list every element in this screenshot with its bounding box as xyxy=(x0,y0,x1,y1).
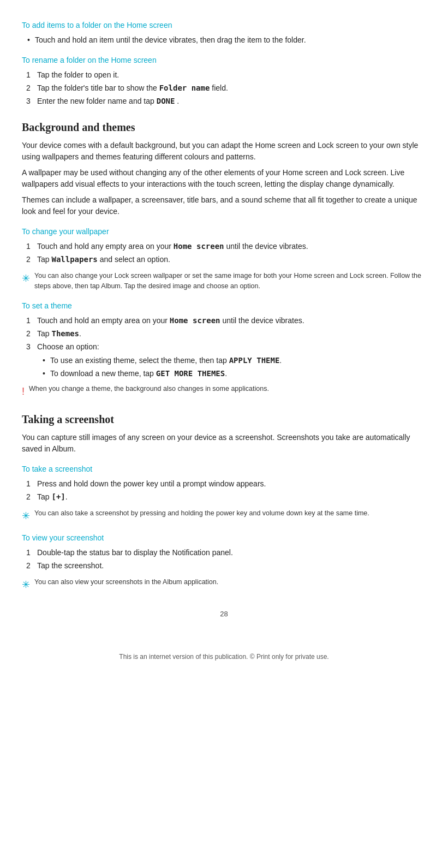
tip-icon-2: ✳ xyxy=(22,509,30,524)
warning-icon: ! xyxy=(22,384,25,399)
bg-themes-p3: Themes can include a wallpaper, a screen… xyxy=(22,194,426,217)
take-screenshot-step-2: 2Tap [+]. xyxy=(22,491,426,503)
theme-bullet-2: To download a new theme, tap GET MORE TH… xyxy=(37,368,426,379)
rename-steps-list: 1Tap the folder to open it. 2Tap the fol… xyxy=(22,69,426,107)
take-screenshot-tip-box: ✳ You can also take a screenshot by pres… xyxy=(22,508,426,524)
view-screenshot-tip-text: You can also view your screenshots in th… xyxy=(34,577,218,587)
bg-themes-section: Background and themes Your device comes … xyxy=(22,119,426,217)
bg-themes-p1: Your device comes with a default backgro… xyxy=(22,140,426,163)
view-screenshot-step-1: 1Double-tap the status bar to display th… xyxy=(22,547,426,558)
wallpaper-section: To change your wallpaper 1Touch and hold… xyxy=(22,226,426,292)
add-items-list: Touch and hold an item until the device … xyxy=(22,34,426,46)
rename-step-3: 3Enter the new folder name and tap DONE … xyxy=(22,96,426,107)
theme-step-3: 3Choose an option: To use an existing th… xyxy=(22,341,426,379)
wallpaper-heading: To change your wallpaper xyxy=(22,226,426,237)
bg-themes-p2: A wallpaper may be used without changing… xyxy=(22,167,426,190)
take-screenshot-step-1: 1Press and hold down the power key until… xyxy=(22,478,426,490)
theme-bullets: To use an existing theme, select the the… xyxy=(37,355,426,379)
theme-step-2: 2Tap Themes. xyxy=(22,328,426,340)
theme-bullet-1: To use an existing theme, select the the… xyxy=(37,355,426,366)
theme-section: To set a theme 1Touch and hold an empty … xyxy=(22,300,426,399)
view-screenshot-step-2: 2Tap the screenshot. xyxy=(22,560,426,572)
view-screenshot-tip-box: ✳ You can also view your screenshots in … xyxy=(22,577,426,592)
footer-text: This is an internet version of this publ… xyxy=(22,652,426,662)
take-screenshot-heading: To take a screenshot xyxy=(22,463,426,475)
theme-heading: To set a theme xyxy=(22,300,426,312)
screenshot-p1: You can capture still images of any scre… xyxy=(22,432,426,455)
screenshot-heading: Taking a screenshot xyxy=(22,411,426,427)
rename-section: To rename a folder on the Home screen 1T… xyxy=(22,55,426,107)
view-screenshot-section: To view your screenshot 1Double-tap the … xyxy=(22,532,426,592)
wallpaper-step-2: 2Tap Wallpapers and select an option. xyxy=(22,254,426,265)
take-screenshot-tip-text: You can also take a screenshot by pressi… xyxy=(34,508,369,519)
page-number: 28 xyxy=(22,609,426,620)
theme-warning-text: When you change a theme, the background … xyxy=(29,384,269,394)
tip-icon-3: ✳ xyxy=(22,578,30,592)
bg-themes-heading: Background and themes xyxy=(22,119,426,135)
add-items-heading: To add items to a folder on the Home scr… xyxy=(22,20,426,31)
tip-icon: ✳ xyxy=(22,271,30,286)
screenshot-section: Taking a screenshot You can capture stil… xyxy=(22,411,426,455)
take-screenshot-steps-list: 1Press and hold down the power key until… xyxy=(22,478,426,503)
wallpaper-tip-box: ✳ You can also change your Lock screen w… xyxy=(22,271,426,292)
theme-steps-list: 1Touch and hold an empty area on your Ho… xyxy=(22,315,426,379)
rename-heading: To rename a folder on the Home screen xyxy=(22,55,426,66)
wallpaper-tip-text: You can also change your Lock screen wal… xyxy=(34,271,426,292)
wallpaper-step-1: 1Touch and hold any empty area on your H… xyxy=(22,241,426,252)
add-items-section: To add items to a folder on the Home scr… xyxy=(22,20,426,46)
view-screenshot-steps-list: 1Double-tap the status bar to display th… xyxy=(22,547,426,572)
rename-step-1: 1Tap the folder to open it. xyxy=(22,69,426,81)
add-items-bullet: Touch and hold an item until the device … xyxy=(22,34,426,46)
view-screenshot-heading: To view your screenshot xyxy=(22,532,426,544)
take-screenshot-section: To take a screenshot 1Press and hold dow… xyxy=(22,463,426,524)
theme-step-1: 1Touch and hold an empty area on your Ho… xyxy=(22,315,426,326)
wallpaper-steps-list: 1Touch and hold any empty area on your H… xyxy=(22,241,426,265)
rename-step-2: 2Tap the folder's title bar to show the … xyxy=(22,82,426,94)
theme-warning-box: ! When you change a theme, the backgroun… xyxy=(22,384,426,399)
